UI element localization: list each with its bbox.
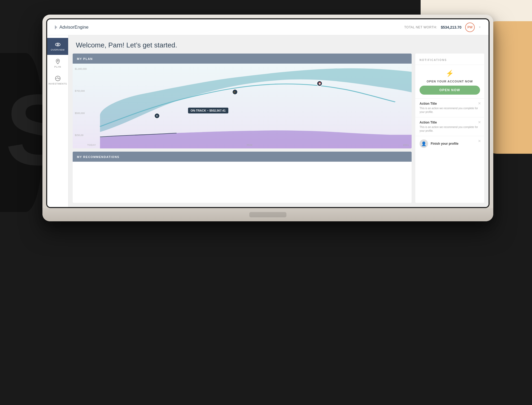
y-label-750k: $750,000	[75, 90, 87, 92]
plan-card: MY PLAN $1,000,000 $750,000 $500,000 $25…	[73, 54, 412, 148]
action-1-title: Action Title	[420, 102, 480, 105]
chart-svg	[73, 64, 412, 148]
net-worth-label: TOTAL NET WORTH:	[404, 25, 437, 29]
open-account-section: ⚡ OPEN YOUR ACCOUNT NOW OPEN NOW	[415, 65, 484, 99]
milestone-retirement: ⏰	[317, 81, 322, 86]
sidebar-investments-label: INVESTMENTS	[49, 82, 67, 85]
open-account-text: OPEN YOUR ACCOUNT NOW	[427, 80, 473, 83]
laptop-base	[42, 208, 493, 221]
app-header: ⊧ AdvisorEngine TOTAL NET WORTH: $534,21…	[47, 19, 489, 35]
sidebar-overview-label: OVERVIEW	[51, 49, 64, 51]
svg-point-2	[57, 60, 58, 61]
welcome-bar: Welcome, Pam! Let’s get started.	[68, 35, 489, 54]
laptop-screen: ⊧ AdvisorEngine TOTAL NET WORTH: $534,21…	[47, 19, 489, 207]
app-body: OVERVIEW PLAN	[47, 35, 489, 207]
y-label-500k: $500,000	[75, 112, 87, 115]
finish-profile-text: Finish your profile	[431, 142, 459, 146]
plan-title: MY PLAN	[77, 57, 93, 60]
notifications-header: NOTIFICATIONS	[415, 54, 484, 65]
recommendations-title: MY RECOMMENDATIONS	[77, 155, 119, 159]
pin-icon	[55, 59, 61, 64]
open-now-button[interactable]: OPEN NOW	[420, 86, 480, 95]
laptop-trackpad	[249, 212, 286, 217]
svg-point-1	[57, 44, 59, 45]
action-1-description: This is an action we recommend you compl…	[420, 107, 480, 114]
x-label-2041: 2041	[403, 144, 409, 146]
sidebar-item-overview[interactable]: OVERVIEW	[47, 38, 68, 55]
sidebar-item-plan[interactable]: PLAN	[47, 55, 68, 72]
profile-avatar-icon: 👤	[420, 139, 428, 148]
net-worth-value: $534,213.70	[441, 25, 461, 29]
finish-profile-close-button[interactable]: ✕	[478, 139, 481, 143]
chart-tooltip: ON-TRACK – $502,567.41	[188, 108, 228, 113]
action-2-description: This is an action we recommend you compl…	[420, 125, 480, 133]
action-item-1: ✕ Action Title This is an action we reco…	[415, 99, 484, 117]
page-title: Welcome, Pam! Let’s get started.	[76, 41, 481, 49]
action-item-2: ✕ Action Title This is an action we reco…	[415, 117, 484, 136]
laptop-shell: ⊧ AdvisorEngine TOTAL NET WORTH: $534,21…	[42, 15, 493, 221]
x-label-2024: 2024	[247, 144, 252, 146]
y-label-1m: $1,000,000	[75, 68, 87, 70]
plan-header: MY PLAN	[73, 54, 412, 64]
action-2-title: Action Title	[420, 121, 480, 124]
sidebar: OVERVIEW PLAN	[47, 35, 68, 207]
avatar-dropdown-icon[interactable]: ▼	[478, 26, 481, 29]
app-logo: ⊧ AdvisorEngine	[55, 24, 89, 30]
logo-icon: ⊧	[55, 24, 57, 30]
left-panel: MY PLAN $1,000,000 $750,000 $500,000 $25…	[73, 54, 412, 203]
action-1-close-button[interactable]: ✕	[478, 101, 481, 105]
notifications-panel: NOTIFICATIONS ⚡ OPEN YOUR ACCOUNT NOW OP…	[415, 54, 484, 203]
x-label-today: TODAY	[87, 144, 96, 146]
user-avatar[interactable]: PW	[465, 23, 475, 32]
investments-icon	[55, 76, 61, 81]
finish-profile-item: 👤 Finish your profile ✕	[415, 136, 484, 151]
x-axis-labels: TODAY 2024 2041	[87, 144, 409, 146]
sidebar-plan-label: PLAN	[54, 65, 61, 68]
plan-chart-area: $1,000,000 $750,000 $500,000 $250,00	[73, 64, 412, 148]
header-right: TOTAL NET WORTH: $534,213.70 PW ▼	[404, 23, 481, 32]
lightning-icon: ⚡	[446, 70, 454, 77]
svg-point-0	[55, 43, 60, 46]
recommendations-header: MY RECOMMENDATIONS	[73, 152, 412, 162]
milestone-graduation: 🎓	[232, 89, 238, 95]
svg-rect-7	[73, 64, 412, 148]
y-axis-labels: $1,000,000 $750,000 $500,000 $250,00	[75, 64, 87, 140]
y-label-250k: $250,00	[75, 134, 87, 137]
sidebar-item-investments[interactable]: INVESTMENTS	[47, 72, 68, 89]
content-area: MY PLAN $1,000,000 $750,000 $500,000 $25…	[68, 54, 489, 207]
milestone-today: ●	[154, 113, 160, 119]
laptop-bezel: ⊧ AdvisorEngine TOTAL NET WORTH: $534,21…	[46, 18, 490, 208]
logo-text: AdvisorEngine	[59, 25, 89, 30]
notifications-title: NOTIFICATIONS	[420, 59, 447, 61]
action-2-close-button[interactable]: ✕	[478, 120, 481, 124]
recommendations-card: MY RECOMMENDATIONS	[73, 152, 412, 203]
eye-icon	[55, 42, 61, 47]
main-content: Welcome, Pam! Let’s get started. MY PLAN	[68, 35, 489, 207]
